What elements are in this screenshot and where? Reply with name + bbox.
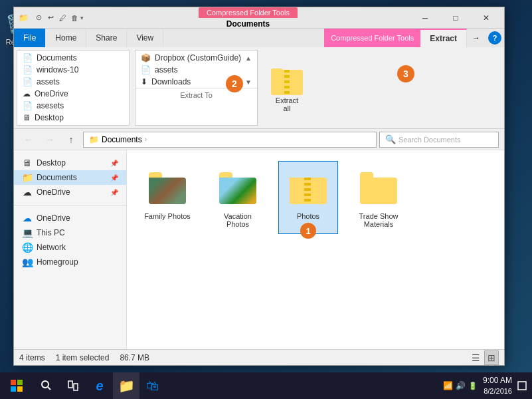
this-pc-icon: 💻 [22,227,33,238]
network-icon: 🌐 [22,242,33,253]
dropdown-item-assets2[interactable]: 📄 assets [135,64,257,76]
edge-button[interactable]: e [86,372,113,399]
tray-volume-icon[interactable]: 🔊 [456,381,466,390]
doc-icon4: 📄 [23,101,33,110]
file-item-family-photos[interactable]: Family Photos [137,161,197,234]
photos-icon-container [287,167,329,209]
extract-tab[interactable]: Extract [420,29,467,47]
up-button[interactable]: ↑ [62,130,80,149]
svg-rect-6 [68,381,72,388]
file-area: Family Photos Vacation Photos [127,150,504,349]
back-button[interactable]: ← [19,130,38,149]
sidebar-item-onedrive[interactable]: ☁ OneDrive [14,211,126,225]
nav-bar: ← → ↑ 📁 Documents › 🔍 Search Documents [14,129,504,150]
start-button[interactable] [0,372,33,399]
sidebar-item-this-pc[interactable]: 💻 This PC [14,225,126,240]
address-text: Documents [102,135,142,144]
sidebar-label-onedrive: OneDrive [37,213,70,223]
file-item-photos[interactable]: Photos 1 [278,161,338,234]
address-arrow: › [145,136,147,143]
sidebar-label-homegroup: Homegroup [37,257,78,267]
search-placeholder: Search Documents [399,136,461,144]
vacation-photos-icon-container [217,167,259,209]
pin-icon-documents: 📌 [110,174,118,182]
qt-undo[interactable]: ↩ [44,12,56,24]
sidebar-label-this-pc: This PC [37,228,65,237]
clock[interactable]: 9:00 AM 8/2/2016 [483,376,512,396]
sidebar-label-onedrive-pin: OneDrive [37,188,70,197]
home-tab[interactable]: Home [46,29,86,47]
list-view-button[interactable]: ☰ [468,350,483,365]
svg-rect-0 [11,380,16,385]
maximize-button[interactable]: □ [440,7,471,29]
trade-show-folder [360,172,397,204]
taskbar: e 📁 🛍 📶 🔊 🔋 9:00 AM 8/2/2016 [0,372,532,399]
icon-view-button[interactable]: ⊞ [484,350,499,365]
date-display: 8/2/2016 [483,386,512,396]
notification-button[interactable] [512,372,532,399]
search-bar[interactable]: 🔍 Search Documents [379,132,499,148]
svg-rect-7 [74,384,78,390]
search-taskbar-button[interactable] [33,372,60,399]
qt-dropdown[interactable]: ▾ [80,15,84,21]
extract-all-icon [271,63,303,95]
dropdown-item-desktop[interactable]: 🖥 Desktop [17,112,129,124]
svg-rect-8 [518,382,526,390]
svg-rect-1 [17,380,23,385]
extract-all-button[interactable]: Extractall [263,50,311,126]
sidebar-item-onedrive-pin[interactable]: ☁ OneDrive 📌 [14,185,126,200]
dropdown-item-documents[interactable]: 📄 Documents [17,52,129,64]
search-taskbar-icon [41,380,52,391]
extract-to-dropdown[interactable]: 📄 Documents 📄 windows-10 📄 assets ☁ OneD… [17,50,130,126]
onedrive-icon: ☁ [22,213,33,223]
scroll-down[interactable]: ▼ [245,78,252,86]
view-tab[interactable]: View [127,29,163,47]
forward-nav-ribbon[interactable]: → [467,29,486,47]
qt-delete[interactable]: 🗑 [68,12,80,24]
help-button[interactable]: ? [488,31,501,45]
compressed-tools-ribbon-tab[interactable]: Compressed Folder Tools [324,29,420,47]
file-explorer-taskbar-button[interactable]: 📁 [113,372,139,399]
homegroup-icon: 👥 [22,257,33,267]
address-icon: 📁 [89,135,99,144]
dropdown-item-asesets[interactable]: 📄 asesets [17,100,129,112]
address-bar[interactable]: 📁 Documents › [83,132,377,148]
store-button[interactable]: 🛍 [139,372,166,399]
file-tab[interactable]: File [14,29,46,47]
sidebar: 🖥 Desktop 📌 📁 Documents 📌 ☁ OneDrive 📌 ☁ [14,150,127,349]
svg-line-5 [48,387,50,390]
dropdown-item-dropbox[interactable]: 📦 Dropbox (CustomGuide) ▲ [135,52,257,64]
tray-network-icon[interactable]: 📶 [443,381,453,390]
sidebar-item-homegroup[interactable]: 👥 Homegroup [14,255,126,269]
sidebar-item-documents[interactable]: 📁 Documents 📌 [14,170,126,185]
photos-label: Photos [297,212,319,220]
compressed-folder-tools-tab[interactable]: Compressed Folder Tools [199,7,298,18]
trade-show-label: Trade Show Materials [355,212,402,228]
file-item-trade-show[interactable]: Trade Show Materials [349,161,408,234]
sidebar-item-network[interactable]: 🌐 Network [14,240,126,255]
sidebar-item-desktop[interactable]: 🖥 Desktop 📌 [14,156,126,170]
qt-properties[interactable]: ⊙ [33,12,44,24]
status-bar: 4 items 1 item selected 86.7 MB ☰ ⊞ [14,349,504,365]
desktop-sidebar-icon: 🖥 [22,158,33,168]
close-button[interactable]: ✕ [471,7,501,29]
minimize-button[interactable]: ─ [410,7,440,29]
system-tray: 📶 🔊 🔋 [443,381,478,390]
dropdown-item-windows10[interactable]: 📄 windows-10 [17,64,129,76]
dropdown-item-onedrive[interactable]: ☁ OneDrive [17,88,129,100]
qt-redo[interactable]: 🖊 [56,12,68,24]
tray-battery-icon[interactable]: 🔋 [468,382,478,390]
task-view-button[interactable] [60,372,86,399]
scroll-up[interactable]: ▲ [245,55,252,62]
sidebar-label-network: Network [37,243,66,252]
family-photos-folder [149,172,186,204]
file-item-vacation-photos[interactable]: Vacation Photos [208,161,268,234]
dropdown-item-assets[interactable]: 📄 assets [17,76,129,88]
title-bar: 📁 ⊙ ↩ 🖊 🗑 ▾ Compressed Folder Tools Docu… [14,7,504,29]
share-tab[interactable]: Share [86,29,127,47]
pin-icon-onedrive: 📌 [110,189,118,196]
view-controls: ☰ ⊞ [468,350,499,365]
doc-icon2: 📄 [23,65,33,74]
forward-button[interactable]: → [41,130,59,149]
window-title: Documents [226,19,270,29]
